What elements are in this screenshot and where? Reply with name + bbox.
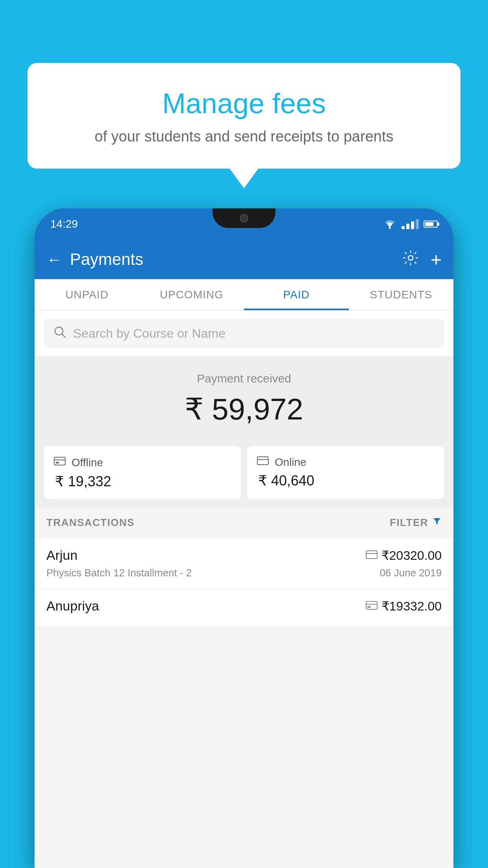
svg-rect-9 bbox=[366, 551, 377, 559]
svg-rect-13 bbox=[367, 606, 371, 608]
wifi-icon bbox=[383, 219, 397, 230]
filter-button[interactable]: FILTER bbox=[390, 517, 442, 529]
offline-label: Offline bbox=[72, 456, 103, 469]
search-bar[interactable]: Search by Course or Name bbox=[44, 318, 444, 348]
speech-bubble-subtitle: of your students and send receipts to pa… bbox=[47, 128, 441, 145]
tab-paid[interactable]: PAID bbox=[244, 279, 349, 310]
speech-bubble-title: Manage fees bbox=[47, 86, 441, 120]
phone-camera bbox=[240, 214, 248, 223]
filter-icon bbox=[432, 517, 442, 529]
svg-rect-6 bbox=[56, 462, 59, 463]
transaction-top: Arjun ₹20320.00 bbox=[46, 548, 442, 563]
transaction-desc: Physics Batch 12 Installment - 2 bbox=[46, 567, 192, 579]
transaction-amount: ₹20320.00 bbox=[382, 548, 442, 563]
svg-rect-7 bbox=[257, 457, 268, 465]
payment-received-label: Payment received bbox=[35, 372, 453, 385]
svg-point-0 bbox=[389, 227, 391, 229]
transaction-type-icon bbox=[366, 600, 378, 612]
tab-unpaid[interactable]: UNPAID bbox=[35, 279, 139, 310]
transaction-amount: ₹19332.00 bbox=[382, 599, 442, 614]
signal-icon bbox=[402, 219, 419, 229]
phone-notch bbox=[213, 208, 275, 228]
transaction-bottom: Physics Batch 12 Installment - 2 06 June… bbox=[46, 567, 442, 579]
table-row[interactable]: Arjun ₹20320.00 Physics Batch 12 Install… bbox=[35, 538, 453, 589]
table-row[interactable]: Anupriya ₹19332.00 bbox=[35, 589, 453, 627]
transaction-name: Anupriya bbox=[46, 598, 99, 614]
online-payment-card: Online ₹ 40,640 bbox=[247, 446, 444, 499]
payment-received-section: Payment received ₹ 59,972 bbox=[35, 356, 453, 438]
tab-upcoming[interactable]: UPCOMING bbox=[139, 279, 244, 310]
offline-amount: ₹ 19,332 bbox=[53, 473, 231, 490]
svg-point-1 bbox=[408, 256, 413, 260]
transaction-amount-wrap: ₹20320.00 bbox=[366, 548, 442, 563]
status-bar: 14:29 bbox=[35, 208, 453, 240]
transaction-amount-wrap: ₹19332.00 bbox=[366, 599, 442, 614]
transaction-date: 06 June 2019 bbox=[380, 567, 442, 579]
transaction-type-icon bbox=[366, 550, 378, 561]
offline-card-top: Offline bbox=[53, 456, 231, 469]
tabs: UNPAID UPCOMING PAID STUDENTS bbox=[35, 279, 453, 311]
offline-payment-card: Offline ₹ 19,332 bbox=[44, 446, 241, 499]
header-icons: + bbox=[402, 249, 442, 270]
transactions-label: TRANSACTIONS bbox=[46, 517, 135, 529]
status-icons bbox=[383, 219, 438, 230]
search-icon bbox=[53, 326, 66, 341]
app-title: Payments bbox=[70, 250, 402, 269]
transaction-top: Anupriya ₹19332.00 bbox=[46, 598, 442, 614]
transaction-name: Arjun bbox=[46, 548, 77, 563]
svg-line-3 bbox=[62, 334, 65, 337]
status-time: 14:29 bbox=[50, 218, 78, 230]
phone-screen: ← Payments + UNPAID UPCOMING PAID STUDEN… bbox=[35, 240, 453, 868]
add-button[interactable]: + bbox=[431, 249, 442, 270]
tab-students[interactable]: STUDENTS bbox=[349, 279, 454, 310]
battery-icon bbox=[424, 221, 438, 228]
transactions-header: TRANSACTIONS FILTER bbox=[35, 507, 453, 538]
online-card-top: Online bbox=[257, 456, 435, 469]
settings-button[interactable] bbox=[402, 250, 419, 270]
svg-rect-11 bbox=[366, 601, 377, 609]
filter-label: FILTER bbox=[390, 517, 428, 529]
search-placeholder: Search by Course or Name bbox=[73, 326, 226, 341]
search-container: Search by Course or Name bbox=[35, 311, 453, 356]
payment-total-amount: ₹ 59,972 bbox=[35, 392, 453, 427]
online-icon bbox=[257, 456, 269, 469]
back-button[interactable]: ← bbox=[46, 251, 62, 268]
svg-point-2 bbox=[55, 327, 63, 335]
phone-frame: 14:29 bbox=[35, 208, 453, 868]
svg-rect-4 bbox=[54, 457, 65, 465]
online-amount: ₹ 40,640 bbox=[257, 473, 435, 489]
app-header: ← Payments + bbox=[35, 240, 453, 279]
online-label: Online bbox=[275, 456, 306, 469]
offline-icon bbox=[53, 456, 66, 469]
speech-bubble: Manage fees of your students and send re… bbox=[28, 63, 460, 169]
payment-cards: Offline ₹ 19,332 Online ₹ 40,640 bbox=[35, 438, 453, 507]
